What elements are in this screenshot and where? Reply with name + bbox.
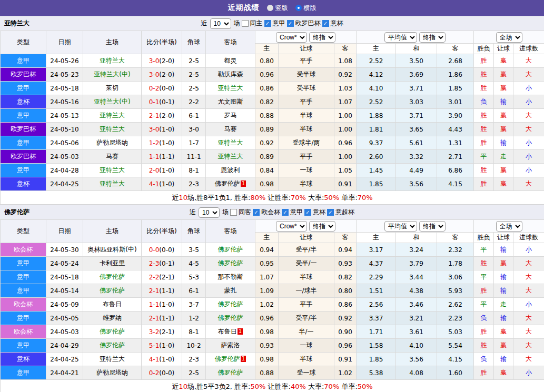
home-team[interactable]: 卡利亚里 <box>83 257 142 270</box>
score[interactable]: 2-1(1-1) <box>142 311 182 325</box>
same-venue-checkbox[interactable] <box>230 209 237 216</box>
red-card-badge: 1 <box>241 356 246 362</box>
league-checkbox[interactable]: ✓ <box>264 20 271 27</box>
odds-source-select[interactable]: 终指 <box>419 221 446 232</box>
crow-away-odds: 0.92 <box>334 68 357 82</box>
score[interactable]: 2-1(1-1) <box>142 284 182 298</box>
home-team[interactable]: 亚特兰大 <box>83 54 142 68</box>
score[interactable]: 0-2(0-0) <box>142 366 182 380</box>
away-team[interactable]: 勒沃库森 <box>206 68 255 82</box>
score[interactable]: 4-1(1-0) <box>142 177 182 191</box>
score[interactable]: 1-1(1-1) <box>142 150 182 164</box>
score[interactable]: 3-0(2-0) <box>142 54 182 68</box>
layout-radio-vertical[interactable]: 竖版 <box>267 4 288 13</box>
score[interactable]: 3-0(1-0) <box>142 123 182 136</box>
sub-column-header: 主 <box>255 233 279 243</box>
away-team[interactable]: 佛罗伦萨 <box>206 257 255 270</box>
league-checkbox[interactable]: ✓ <box>322 20 329 27</box>
odds-source-select[interactable]: 终指 <box>309 32 335 43</box>
match-row: 意甲24-04-29佛罗伦萨5-1(1-0)10-2萨索洛0.93一球0.961… <box>1 339 544 353</box>
column-header: 类型 <box>1 220 46 243</box>
score[interactable]: 0-2(0-0) <box>142 82 182 95</box>
match-count-select[interactable]: 10 <box>210 18 231 29</box>
score[interactable]: 2-0(1-0) <box>142 164 182 177</box>
layout-radio-horizontal[interactable]: 横版 <box>295 4 316 13</box>
away-team[interactable]: 亚特兰大 <box>206 150 255 164</box>
match-count-select[interactable]: 10 <box>199 207 220 218</box>
radio-unselected-icon[interactable] <box>267 5 273 11</box>
away-team[interactable]: 那不勒斯 <box>206 270 255 284</box>
away-team[interactable]: 佛罗伦萨 <box>206 311 255 325</box>
home-team[interactable]: 马赛 <box>83 150 142 164</box>
home-team[interactable]: 萨勒尼塔纳 <box>83 136 142 150</box>
away-team[interactable]: 蒙扎 <box>206 284 255 298</box>
odds-source-select[interactable]: 全场 <box>496 32 522 43</box>
score[interactable]: 2-2(2-1) <box>142 270 182 284</box>
result-goals: 大 <box>513 284 544 298</box>
away-team[interactable]: 马赛 <box>206 123 255 136</box>
home-team[interactable]: 亚特兰大 <box>83 177 142 191</box>
odds-source-select[interactable]: 平均值 <box>384 221 417 232</box>
away-team[interactable]: 亚特兰大 <box>206 136 255 150</box>
score[interactable]: 3-0(2-0) <box>142 68 182 82</box>
home-team[interactable]: 亚特兰大 <box>83 109 142 123</box>
league-checkbox[interactable]: ✓ <box>282 209 289 216</box>
home-team[interactable]: 佛罗伦萨 <box>83 284 142 298</box>
away-team[interactable]: 佛罗伦萨 <box>206 243 255 257</box>
home-team[interactable]: 佛罗伦萨 <box>83 325 142 339</box>
avg-draw-odds: 3.79 <box>396 257 437 270</box>
away-team[interactable]: 萨索洛 <box>206 339 255 353</box>
home-team[interactable]: 亚特兰大(中) <box>83 95 142 109</box>
score[interactable]: 2-3(0-1) <box>142 257 182 270</box>
home-team[interactable]: 布鲁日 <box>83 298 142 311</box>
score[interactable]: 1-1(1-0) <box>142 298 182 311</box>
odds-source-select[interactable]: Crow* <box>276 32 307 43</box>
score[interactable]: 4-1(1-0) <box>142 353 182 366</box>
home-team[interactable]: 亚特兰大(中) <box>83 68 142 82</box>
away-team[interactable]: 都灵 <box>206 54 255 68</box>
score[interactable]: 3-2(2-1) <box>142 325 182 339</box>
home-team[interactable]: 亚特兰大 <box>83 353 142 366</box>
away-team[interactable]: 尤文图斯 <box>206 95 255 109</box>
radio-selected-icon[interactable] <box>295 5 302 11</box>
score[interactable]: 5-1(1-0) <box>142 339 182 353</box>
match-date: 24-05-13 <box>46 109 83 123</box>
odds-source-select[interactable]: Crow* <box>276 221 307 232</box>
crow-home-odds: 0.98 <box>255 177 279 191</box>
league-checkbox[interactable]: ✓ <box>304 209 311 216</box>
home-team[interactable]: 奥林匹亚科斯(中) <box>83 243 142 257</box>
avg-draw-odds: 3.50 <box>396 54 437 68</box>
score[interactable]: 0-0(0-0) <box>142 243 182 257</box>
league-checkbox[interactable]: ✓ <box>253 209 260 216</box>
away-team[interactable]: 罗马 <box>206 109 255 123</box>
odds-source-select[interactable]: 终指 <box>309 221 335 232</box>
away-team[interactable]: 佛罗伦萨 <box>206 298 255 311</box>
score[interactable]: 2-1(2-0) <box>142 109 182 123</box>
home-team[interactable]: 维罗纳 <box>83 311 142 325</box>
away-team[interactable]: 布鲁日1 <box>206 325 255 339</box>
league-checkbox[interactable]: ✓ <box>327 209 334 216</box>
score[interactable]: 0-1(0-1) <box>142 95 182 109</box>
home-team[interactable]: 佛罗伦萨 <box>83 270 142 284</box>
odds-source-select[interactable]: 平均值 <box>384 32 417 43</box>
result-outcome: 胜 <box>474 136 494 150</box>
home-team[interactable]: 莱切 <box>83 82 142 95</box>
away-team[interactable]: 恩波利 <box>206 164 255 177</box>
odds-source-select[interactable]: 全场 <box>496 221 522 232</box>
away-team[interactable]: 佛罗伦萨1 <box>206 177 255 191</box>
home-team[interactable]: 萨勒尼塔纳 <box>83 366 142 380</box>
filter-controls: 近10场同主✓意甲✓欧罗巴杯✓意杯 <box>201 18 343 29</box>
league-checkbox[interactable]: ✓ <box>287 20 294 27</box>
score[interactable]: 1-2(1-0) <box>142 136 182 150</box>
home-team[interactable]: 佛罗伦萨 <box>83 339 142 353</box>
competition-type-badge: 意甲 <box>1 136 46 150</box>
corner-score: 1-2 <box>182 311 206 325</box>
away-team[interactable]: 佛罗伦萨 <box>206 366 255 380</box>
home-team[interactable]: 亚特兰大 <box>83 123 142 136</box>
match-row: 意甲24-05-05维罗纳2-1(1-1)1-2佛罗伦萨0.96受平/半0.92… <box>1 311 544 325</box>
home-team[interactable]: 亚特兰大 <box>83 164 142 177</box>
away-team[interactable]: 亚特兰大 <box>206 82 255 95</box>
same-venue-checkbox[interactable] <box>242 20 249 27</box>
odds-source-select[interactable]: 终指 <box>419 32 446 43</box>
away-team[interactable]: 佛罗伦萨1 <box>206 353 255 366</box>
